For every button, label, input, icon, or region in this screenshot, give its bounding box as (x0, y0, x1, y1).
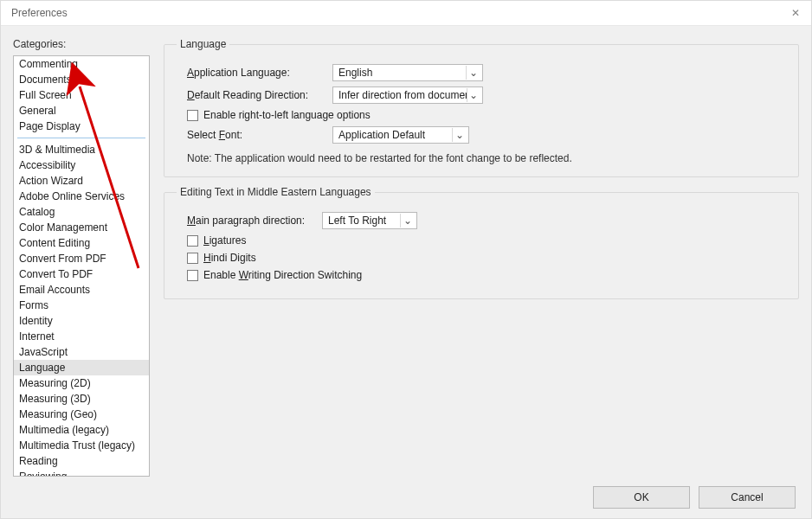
category-item[interactable]: Content Editing (14, 235, 149, 251)
group-language: Language Application Language: English ⌄… (164, 38, 799, 177)
chevron-down-icon: ⌄ (467, 88, 480, 102)
category-item[interactable]: Reviewing (14, 469, 149, 477)
dialog-footer: OK Cancel (1, 477, 811, 518)
category-item[interactable]: Full Screen (14, 87, 149, 103)
category-item[interactable]: Commenting (14, 56, 149, 72)
select-font-label: Select Font: (187, 129, 325, 141)
category-item[interactable]: Email Accounts (14, 282, 149, 298)
row-main-paragraph-direction: Main paragraph direction: Left To Right … (187, 212, 786, 229)
writing-switch-label: Enable Writing Direction Switching (203, 269, 362, 281)
close-button[interactable]: ✕ (787, 4, 804, 22)
group-language-legend: Language (177, 38, 229, 50)
writing-switch-checkbox[interactable] (187, 270, 198, 281)
category-separator (17, 138, 145, 138)
chevron-down-icon: ⌄ (400, 214, 415, 227)
category-item[interactable]: Multimedia (legacy) (14, 422, 149, 438)
select-font-combo[interactable]: Application Default ⌄ (332, 126, 469, 144)
category-item[interactable]: Convert To PDF (14, 266, 149, 282)
select-font-value: Application Default (338, 129, 425, 141)
enable-rtl-label: Enable right-to-left language options (203, 109, 371, 121)
font-restart-note: Note: The application would need to be r… (187, 152, 786, 164)
category-item[interactable]: Identity (14, 313, 149, 329)
dialog-body: Categories: CommentingDocumentsFull Scre… (1, 26, 811, 477)
reading-direction-combo[interactable]: Infer direction from document ⌄ (332, 86, 483, 104)
category-item[interactable]: JavaScript (14, 344, 149, 360)
categories-sidebar: Categories: CommentingDocumentsFull Scre… (13, 38, 150, 477)
preferences-window: Preferences ✕ Categories: CommentingDocu… (0, 0, 812, 519)
category-item[interactable]: Language (14, 360, 149, 375)
chevron-down-icon: ⌄ (466, 66, 480, 80)
category-item[interactable]: Page Display (14, 119, 149, 134)
category-item[interactable]: Accessibility (14, 157, 149, 173)
category-item[interactable]: Forms (14, 298, 149, 313)
row-select-font: Select Font: Application Default ⌄ (187, 126, 786, 144)
cancel-button[interactable]: Cancel (699, 486, 796, 509)
category-item[interactable]: Measuring (Geo) (14, 407, 149, 422)
chevron-down-icon: ⌄ (452, 128, 467, 142)
ligatures-label: Ligatures (203, 234, 246, 247)
category-item[interactable]: Measuring (2D) (14, 375, 149, 391)
main-paragraph-direction-label: Main paragraph direction: (187, 215, 315, 227)
group-middle-eastern-legend: Editing Text in Middle Eastern Languages (177, 186, 375, 198)
ok-button[interactable]: OK (593, 486, 690, 509)
reading-direction-label: Default Reading Direction: (187, 89, 325, 101)
reading-direction-value: Infer direction from document (338, 89, 467, 101)
row-hindi-digits: Hindi Digits (187, 252, 786, 264)
application-language-value: English (338, 67, 372, 79)
close-icon: ✕ (791, 7, 800, 19)
category-item[interactable]: Action Wizard (14, 173, 149, 189)
hindi-digits-label: Hindi Digits (203, 252, 256, 264)
category-item[interactable]: Measuring (3D) (14, 391, 149, 407)
category-item[interactable]: General (14, 103, 149, 119)
category-item[interactable]: Convert From PDF (14, 251, 149, 266)
row-enable-rtl: Enable right-to-left language options (187, 109, 786, 121)
ligatures-checkbox[interactable] (187, 235, 198, 247)
main-paragraph-direction-value: Left To Right (328, 215, 386, 227)
application-language-combo[interactable]: English ⌄ (332, 64, 483, 81)
main-panel: Language Application Language: English ⌄… (164, 38, 799, 477)
enable-rtl-checkbox[interactable] (187, 110, 198, 121)
category-item[interactable]: 3D & Multimedia (14, 142, 149, 157)
category-item[interactable]: Internet (14, 329, 149, 344)
row-ligatures: Ligatures (187, 234, 786, 247)
titlebar: Preferences ✕ (1, 1, 811, 26)
categories-listbox[interactable]: CommentingDocumentsFull ScreenGeneralPag… (13, 55, 150, 477)
category-item[interactable]: Adobe Online Services (14, 189, 149, 204)
window-title: Preferences (8, 7, 68, 19)
category-item[interactable]: Color Management (14, 220, 149, 235)
category-item[interactable]: Catalog (14, 204, 149, 220)
category-item[interactable]: Reading (14, 453, 149, 469)
ok-button-label: OK (634, 491, 648, 503)
cancel-button-label: Cancel (731, 491, 763, 503)
group-middle-eastern: Editing Text in Middle Eastern Languages… (164, 186, 799, 299)
application-language-label: Application Language: (187, 67, 325, 79)
row-application-language: Application Language: English ⌄ (187, 64, 786, 81)
category-item[interactable]: Documents (14, 72, 149, 87)
main-paragraph-direction-combo[interactable]: Left To Right ⌄ (322, 212, 417, 229)
categories-label: Categories: (13, 38, 150, 50)
category-item[interactable]: Multimedia Trust (legacy) (14, 438, 149, 453)
hindi-digits-checkbox[interactable] (187, 253, 198, 264)
row-writing-switch: Enable Writing Direction Switching (187, 269, 786, 281)
row-reading-direction: Default Reading Direction: Infer directi… (187, 86, 786, 104)
